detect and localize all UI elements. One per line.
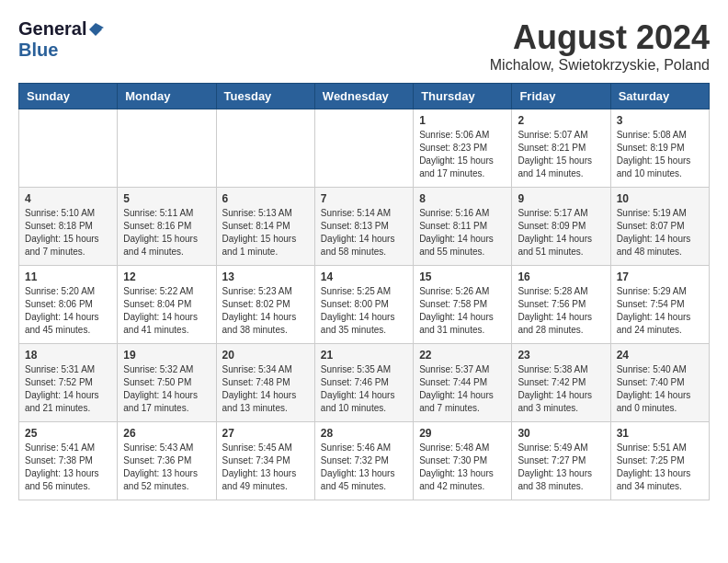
day-cell: 4Sunrise: 5:10 AM Sunset: 8:18 PM Daylig… bbox=[19, 188, 118, 266]
calendar-body: 1Sunrise: 5:06 AM Sunset: 8:23 PM Daylig… bbox=[19, 109, 710, 500]
location-title: Michalow, Swietokrzyskie, Poland bbox=[490, 57, 710, 74]
svg-marker-0 bbox=[89, 23, 102, 36]
day-number: 23 bbox=[518, 349, 604, 362]
day-info: Sunrise: 5:45 AM Sunset: 7:34 PM Dayligh… bbox=[222, 442, 309, 493]
day-cell: 26Sunrise: 5:43 AM Sunset: 7:36 PM Dayli… bbox=[118, 422, 216, 500]
day-info: Sunrise: 5:08 AM Sunset: 8:19 PM Dayligh… bbox=[617, 129, 703, 180]
day-number: 5 bbox=[123, 192, 210, 205]
day-header-sunday: Sunday bbox=[19, 84, 118, 109]
month-title: August 2024 bbox=[490, 18, 710, 57]
day-info: Sunrise: 5:14 AM Sunset: 8:13 PM Dayligh… bbox=[321, 207, 407, 259]
day-info: Sunrise: 5:34 AM Sunset: 7:48 PM Dayligh… bbox=[222, 363, 309, 415]
day-info: Sunrise: 5:11 AM Sunset: 8:16 PM Dayligh… bbox=[123, 207, 210, 259]
day-number: 17 bbox=[617, 270, 703, 283]
day-cell bbox=[118, 109, 216, 188]
day-info: Sunrise: 5:35 AM Sunset: 7:46 PM Dayligh… bbox=[321, 363, 407, 415]
day-number: 8 bbox=[419, 192, 506, 205]
day-number: 31 bbox=[617, 427, 703, 440]
day-info: Sunrise: 5:40 AM Sunset: 7:40 PM Dayligh… bbox=[617, 363, 703, 415]
day-info: Sunrise: 5:37 AM Sunset: 7:44 PM Dayligh… bbox=[419, 363, 506, 415]
logo: General Blue bbox=[18, 18, 105, 61]
day-cell: 14Sunrise: 5:25 AM Sunset: 8:00 PM Dayli… bbox=[314, 266, 413, 344]
day-number: 22 bbox=[419, 349, 506, 362]
day-number: 4 bbox=[25, 192, 111, 205]
day-cell: 29Sunrise: 5:48 AM Sunset: 7:30 PM Dayli… bbox=[414, 422, 512, 500]
logo-blue-text: Blue bbox=[18, 40, 58, 60]
day-info: Sunrise: 5:51 AM Sunset: 7:25 PM Dayligh… bbox=[617, 442, 703, 493]
day-number: 6 bbox=[222, 192, 309, 205]
day-number: 1 bbox=[419, 114, 506, 127]
day-number: 3 bbox=[617, 114, 703, 127]
day-number: 16 bbox=[518, 270, 604, 283]
day-cell: 30Sunrise: 5:49 AM Sunset: 7:27 PM Dayli… bbox=[512, 422, 610, 500]
day-info: Sunrise: 5:38 AM Sunset: 7:42 PM Dayligh… bbox=[518, 363, 604, 415]
day-info: Sunrise: 5:41 AM Sunset: 7:38 PM Dayligh… bbox=[25, 442, 111, 493]
day-number: 20 bbox=[222, 349, 309, 362]
day-cell: 11Sunrise: 5:20 AM Sunset: 8:06 PM Dayli… bbox=[19, 266, 118, 344]
day-number: 13 bbox=[222, 270, 309, 283]
day-info: Sunrise: 5:13 AM Sunset: 8:14 PM Dayligh… bbox=[222, 207, 309, 259]
day-number: 10 bbox=[617, 192, 703, 205]
day-header-tuesday: Tuesday bbox=[216, 84, 314, 109]
day-info: Sunrise: 5:26 AM Sunset: 7:58 PM Dayligh… bbox=[419, 285, 506, 337]
day-info: Sunrise: 5:17 AM Sunset: 8:09 PM Dayligh… bbox=[518, 207, 604, 259]
day-number: 12 bbox=[123, 270, 210, 283]
day-cell: 20Sunrise: 5:34 AM Sunset: 7:48 PM Dayli… bbox=[216, 344, 314, 422]
week-row-4: 18Sunrise: 5:31 AM Sunset: 7:52 PM Dayli… bbox=[19, 344, 710, 422]
day-info: Sunrise: 5:49 AM Sunset: 7:27 PM Dayligh… bbox=[518, 442, 604, 493]
day-cell: 10Sunrise: 5:19 AM Sunset: 8:07 PM Dayli… bbox=[610, 188, 709, 266]
day-number: 27 bbox=[222, 427, 309, 440]
day-info: Sunrise: 5:19 AM Sunset: 8:07 PM Dayligh… bbox=[617, 207, 703, 259]
day-info: Sunrise: 5:32 AM Sunset: 7:50 PM Dayligh… bbox=[123, 363, 210, 415]
day-info: Sunrise: 5:31 AM Sunset: 7:52 PM Dayligh… bbox=[25, 363, 111, 415]
day-info: Sunrise: 5:07 AM Sunset: 8:21 PM Dayligh… bbox=[518, 129, 604, 180]
day-cell bbox=[19, 109, 118, 188]
day-number: 28 bbox=[321, 427, 407, 440]
day-cell: 3Sunrise: 5:08 AM Sunset: 8:19 PM Daylig… bbox=[610, 109, 709, 188]
day-cell: 9Sunrise: 5:17 AM Sunset: 8:09 PM Daylig… bbox=[512, 188, 610, 266]
day-cell: 19Sunrise: 5:32 AM Sunset: 7:50 PM Dayli… bbox=[118, 344, 216, 422]
day-number: 24 bbox=[617, 349, 703, 362]
day-number: 11 bbox=[25, 270, 111, 283]
day-info: Sunrise: 5:10 AM Sunset: 8:18 PM Dayligh… bbox=[25, 207, 111, 259]
day-info: Sunrise: 5:23 AM Sunset: 8:02 PM Dayligh… bbox=[222, 285, 309, 337]
day-cell: 23Sunrise: 5:38 AM Sunset: 7:42 PM Dayli… bbox=[512, 344, 610, 422]
day-cell: 31Sunrise: 5:51 AM Sunset: 7:25 PM Dayli… bbox=[610, 422, 709, 500]
week-row-1: 1Sunrise: 5:06 AM Sunset: 8:23 PM Daylig… bbox=[19, 109, 710, 188]
header-row: SundayMondayTuesdayWednesdayThursdayFrid… bbox=[19, 84, 710, 109]
day-info: Sunrise: 5:46 AM Sunset: 7:32 PM Dayligh… bbox=[321, 442, 407, 493]
day-number: 30 bbox=[518, 427, 604, 440]
day-cell: 12Sunrise: 5:22 AM Sunset: 8:04 PM Dayli… bbox=[118, 266, 216, 344]
day-info: Sunrise: 5:43 AM Sunset: 7:36 PM Dayligh… bbox=[123, 442, 210, 493]
day-cell: 6Sunrise: 5:13 AM Sunset: 8:14 PM Daylig… bbox=[216, 188, 314, 266]
day-info: Sunrise: 5:25 AM Sunset: 8:00 PM Dayligh… bbox=[321, 285, 407, 337]
day-number: 19 bbox=[123, 349, 210, 362]
day-cell: 8Sunrise: 5:16 AM Sunset: 8:11 PM Daylig… bbox=[414, 188, 512, 266]
week-row-2: 4Sunrise: 5:10 AM Sunset: 8:18 PM Daylig… bbox=[19, 188, 710, 266]
day-number: 18 bbox=[25, 349, 111, 362]
calendar-table: SundayMondayTuesdayWednesdayThursdayFrid… bbox=[18, 83, 710, 500]
day-cell bbox=[216, 109, 314, 188]
day-cell: 7Sunrise: 5:14 AM Sunset: 8:13 PM Daylig… bbox=[314, 188, 413, 266]
day-cell: 17Sunrise: 5:29 AM Sunset: 7:54 PM Dayli… bbox=[610, 266, 709, 344]
day-info: Sunrise: 5:48 AM Sunset: 7:30 PM Dayligh… bbox=[419, 442, 506, 493]
logo-general-text: General bbox=[18, 18, 86, 40]
day-cell: 18Sunrise: 5:31 AM Sunset: 7:52 PM Dayli… bbox=[19, 344, 118, 422]
day-cell: 24Sunrise: 5:40 AM Sunset: 7:40 PM Dayli… bbox=[610, 344, 709, 422]
week-row-5: 25Sunrise: 5:41 AM Sunset: 7:38 PM Dayli… bbox=[19, 422, 710, 500]
day-number: 9 bbox=[518, 192, 604, 205]
day-cell: 5Sunrise: 5:11 AM Sunset: 8:16 PM Daylig… bbox=[118, 188, 216, 266]
day-cell: 27Sunrise: 5:45 AM Sunset: 7:34 PM Dayli… bbox=[216, 422, 314, 500]
page-header: General Blue August 2024 Michalow, Swiet… bbox=[18, 18, 710, 74]
day-number: 14 bbox=[321, 270, 407, 283]
day-header-friday: Friday bbox=[512, 84, 610, 109]
day-cell: 2Sunrise: 5:07 AM Sunset: 8:21 PM Daylig… bbox=[512, 109, 610, 188]
day-header-thursday: Thursday bbox=[414, 84, 512, 109]
logo-bird-icon bbox=[87, 21, 104, 38]
day-number: 25 bbox=[25, 427, 111, 440]
day-info: Sunrise: 5:16 AM Sunset: 8:11 PM Dayligh… bbox=[419, 207, 506, 259]
day-cell: 15Sunrise: 5:26 AM Sunset: 7:58 PM Dayli… bbox=[414, 266, 512, 344]
day-number: 7 bbox=[321, 192, 407, 205]
day-info: Sunrise: 5:28 AM Sunset: 7:56 PM Dayligh… bbox=[518, 285, 604, 337]
title-section: August 2024 Michalow, Swietokrzyskie, Po… bbox=[490, 18, 710, 74]
